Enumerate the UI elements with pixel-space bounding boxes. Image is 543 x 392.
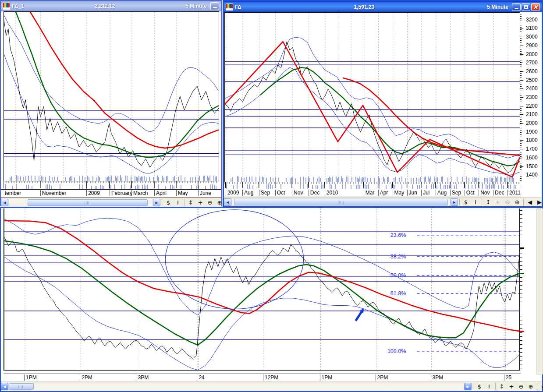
toolbar-separator <box>459 198 460 205</box>
window-gd1: ΓΔ_1 2,212.12 5 Minute temberNovember200… <box>0 0 222 206</box>
scroll-left-arrow[interactable]: ◄ <box>1 383 8 390</box>
scrollbar-thumb[interactable] <box>28 199 148 206</box>
upper-band-line <box>225 37 520 158</box>
y-axis-label: 2700 <box>526 60 538 66</box>
maximize-button[interactable] <box>522 3 530 11</box>
price-axis[interactable]: 3200310030002900280027002600250024002300… <box>520 12 542 182</box>
price-axis-tick <box>520 289 522 290</box>
scroll-right-arrow[interactable]: ► <box>464 383 472 390</box>
minimize-button[interactable] <box>210 2 219 10</box>
x-axis-label: 1PM <box>320 374 333 381</box>
price-axis-tick <box>520 368 522 368</box>
price-axis-tick <box>520 214 522 215</box>
price-axis[interactable] <box>519 208 525 370</box>
x-axis-label: March <box>131 190 148 196</box>
vertical-zoom-icon[interactable]: ↕ <box>483 198 493 206</box>
price-axis-tick <box>520 301 522 301</box>
maximize-icon <box>524 5 528 9</box>
crosshair-icon[interactable]: I <box>173 198 183 206</box>
y-axis-label: 2300 <box>526 94 538 100</box>
pan-icon[interactable]: + <box>493 198 503 206</box>
window-gd: ΓΔ 1,591.23 5 Minute ✕ 32003100300029002… <box>223 0 543 207</box>
titlebar-gd[interactable]: ΓΔ 1,591.23 5 Minute ✕ <box>224 1 542 13</box>
y-axis-tick <box>520 158 523 158</box>
lower-band-line <box>4 257 520 370</box>
zoom-in-icon[interactable]: ⊕ <box>512 198 522 206</box>
vertical-zoom-icon[interactable]: ↕ <box>186 198 195 206</box>
zoom-out-icon[interactable]: ⊖ <box>205 198 215 206</box>
price-axis-tick <box>520 348 522 349</box>
upper-band-line <box>4 218 520 315</box>
y-axis-tick <box>520 37 523 37</box>
price-chart-gd[interactable] <box>224 12 520 182</box>
zoom-out-icon[interactable]: ⊖ <box>516 382 526 390</box>
toolbar-separator <box>184 199 185 206</box>
x-axis-labels[interactable]: 1PM2PM3PM2412PM1PM2PM3PM25 <box>4 374 521 381</box>
price-axis-tick <box>520 238 522 238</box>
vertical-scrollbar[interactable] <box>536 208 543 374</box>
price-axis-tick <box>520 281 522 282</box>
y-axis-label: 2500 <box>526 77 538 83</box>
price-axis-tick <box>520 230 522 230</box>
price-scale-icon[interactable]: $ <box>475 382 484 390</box>
fib-level-label: 50.0% <box>390 272 406 279</box>
y-axis-label: 2100 <box>526 111 538 117</box>
arrow-annotation[interactable] <box>356 308 364 321</box>
previous-icon[interactable]: ◀ <box>539 382 543 390</box>
scroll-left-arrow[interactable]: ◄ <box>224 198 231 206</box>
scrollbar-track[interactable] <box>231 198 451 206</box>
y-axis-tick <box>520 114 523 115</box>
y-axis-label: 1600 <box>526 155 538 161</box>
previous-icon[interactable]: ◀ <box>525 198 535 206</box>
x-axis-labels[interactable]: 2009AugSepOctNovDec2010MarAprMayJunJulAu… <box>224 189 521 197</box>
chart-window-icon <box>226 4 233 11</box>
scroll-left-arrow[interactable]: ◄ <box>1 199 8 206</box>
price-axis-tick <box>520 234 522 234</box>
price-scale-icon[interactable]: $ <box>461 198 471 206</box>
zoom-in-icon[interactable]: ⊕ <box>526 382 536 390</box>
gd-weekly-chart <box>225 13 520 182</box>
price-axis-tick <box>520 317 522 317</box>
x-axis-label: Dec <box>309 190 319 196</box>
pan-icon[interactable]: + <box>195 198 205 206</box>
scrollbar-thumb[interactable] <box>9 383 34 390</box>
price-axis-tick <box>520 356 522 357</box>
scrollbar-thumb[interactable] <box>234 199 448 205</box>
crosshair-icon[interactable]: I <box>484 382 494 390</box>
minimize-button[interactable] <box>512 3 521 11</box>
vertical-zoom-icon[interactable]: ↕ <box>497 382 507 390</box>
price-axis-tick <box>520 265 522 266</box>
price-axis-tick <box>520 218 522 219</box>
workspace: ΓΔ_1 2,212.12 5 Minute temberNovember200… <box>0 0 543 392</box>
x-axis-labels[interactable]: temberNovember2009FebruaryMarchAprilMayJ… <box>1 189 221 198</box>
pan-icon[interactable]: + <box>507 382 516 390</box>
scrollbar-track[interactable] <box>8 383 464 390</box>
next-icon[interactable]: ▶ <box>535 198 543 206</box>
x-axis-label: Jul <box>421 190 429 196</box>
minimize-icon <box>515 8 518 9</box>
price-chart-intraday[interactable]: 23.6%38.2%50.0%61.8%100.0% <box>4 208 520 371</box>
chart-scrollbar-row: ◄►$I↕+⊖⊕◀▶≡ <box>224 197 542 206</box>
titlebar-gd1[interactable]: ΓΔ_1 2,212.12 5 Minute <box>1 1 221 11</box>
close-button[interactable]: ✕ <box>531 3 540 11</box>
y-axis-tick <box>520 46 523 46</box>
price-axis-tick <box>520 210 522 211</box>
price-axis-tick <box>520 269 522 270</box>
timeframe-label: 5 Minute <box>487 4 508 10</box>
crosshair-icon[interactable]: I <box>471 198 480 206</box>
scroll-right-arrow[interactable]: ► <box>451 198 458 206</box>
ma-slow-line <box>4 221 520 331</box>
zoom-out-icon[interactable]: ⊖ <box>503 198 512 206</box>
scrollbar-track[interactable] <box>8 199 153 206</box>
toolbar-separator <box>537 383 537 390</box>
price-chart-gd1[interactable] <box>4 11 219 181</box>
ma-slow-last-value-marker <box>520 331 524 332</box>
x-axis-label: 2009 <box>86 190 100 196</box>
price-axis-tick <box>520 321 522 321</box>
price-axis-tick <box>520 313 522 313</box>
x-axis-label: 2011 <box>508 190 521 196</box>
scroll-right-arrow[interactable]: ► <box>153 199 160 206</box>
x-axis-label: Dec <box>493 190 504 196</box>
x-axis-label: 2PM <box>80 374 92 381</box>
price-scale-icon[interactable]: $ <box>163 198 173 206</box>
